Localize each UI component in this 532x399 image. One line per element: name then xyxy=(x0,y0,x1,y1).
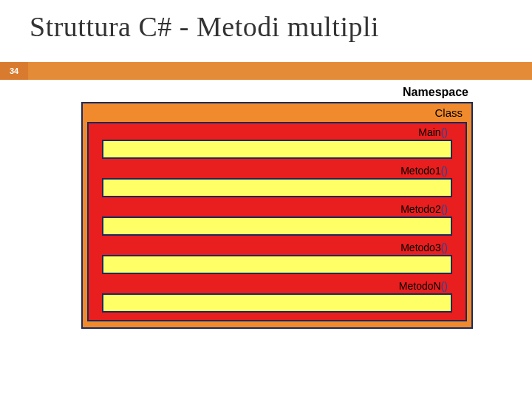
method-block-3: Metodo3() xyxy=(102,242,452,274)
method-label: Main() xyxy=(102,126,452,138)
method-paren: () xyxy=(441,280,448,292)
method-body-box xyxy=(102,216,452,236)
method-body-box xyxy=(102,293,452,313)
method-label: MetodoN() xyxy=(102,280,452,292)
structure-diagram: Namespace Class Main() Metodo1() xyxy=(81,86,473,329)
method-name: Main xyxy=(418,126,440,138)
method-label: Metodo3() xyxy=(102,242,452,253)
method-name: Metodo1 xyxy=(400,165,440,177)
method-body-box xyxy=(102,255,452,274)
slide-title: Struttura C# - Metodi multipli xyxy=(30,10,379,43)
namespace-label: Namespace xyxy=(81,86,473,99)
slide: Struttura C# - Metodi multipli 34 Namesp… xyxy=(0,0,532,399)
class-label: Class xyxy=(87,106,467,119)
method-block-2: Metodo2() xyxy=(102,203,452,236)
method-name: MetodoN xyxy=(399,280,441,292)
class-box: Main() Metodo1() Metodo2() xyxy=(87,122,467,321)
header-bar: 34 xyxy=(0,62,532,80)
method-body-box xyxy=(102,178,452,197)
namespace-box: Class Main() Metodo1() Metodo2( xyxy=(81,102,473,329)
method-name: Metodo2 xyxy=(400,203,440,215)
page-number-badge: 34 xyxy=(0,62,28,80)
method-name: Metodo3 xyxy=(400,242,440,253)
method-block-main: Main() xyxy=(102,126,452,159)
method-block-1: Metodo1() xyxy=(102,165,452,197)
method-block-n: MetodoN() xyxy=(102,280,452,313)
method-paren: () xyxy=(441,203,448,215)
method-label: Metodo1() xyxy=(102,165,452,177)
method-paren: () xyxy=(441,242,448,253)
method-label: Metodo2() xyxy=(102,203,452,215)
method-paren: () xyxy=(441,165,448,177)
accent-bar xyxy=(28,62,532,80)
method-body-box xyxy=(102,140,452,159)
method-paren: () xyxy=(441,126,448,138)
